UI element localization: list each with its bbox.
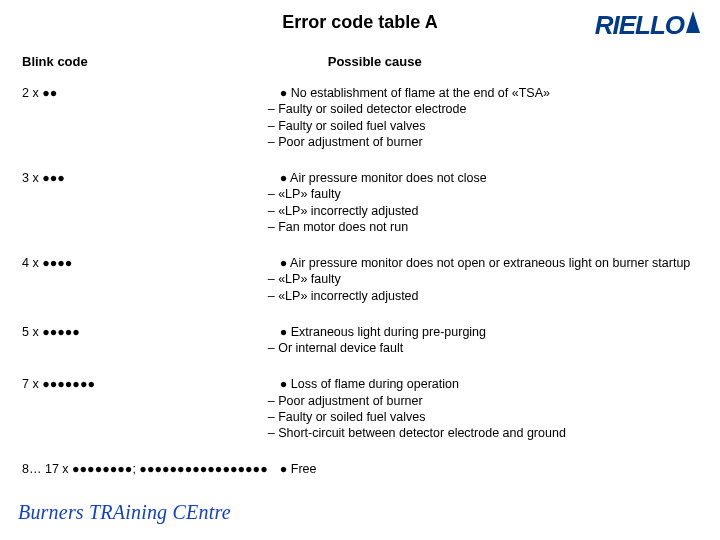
table-row: 4 x ●●●●● Air pressure monitor does not …: [22, 249, 698, 318]
cause-sub: – Faulty or soiled detector electrode: [268, 101, 698, 117]
cause-sub: – Short-circuit between detector electro…: [268, 425, 698, 441]
blink-code-cell: 7 x ●●●●●●●: [22, 370, 268, 455]
cause-sub: – Poor adjustment of burner: [268, 134, 698, 150]
cause-sub: – «LP» incorrectly adjusted: [268, 203, 698, 219]
cause-sub: – Or internal device fault: [268, 340, 698, 356]
cause-sub: – «LP» incorrectly adjusted: [268, 288, 698, 304]
table-row: 2 x ●●● No establishment of flame at the…: [22, 79, 698, 164]
col-header-cause: Possible cause: [268, 52, 698, 79]
error-code-table: Blink code Possible cause 2 x ●●● No est…: [22, 52, 698, 492]
cause-main: ● Air pressure monitor does not open or …: [268, 255, 698, 271]
possible-cause-cell: ● Free: [268, 455, 698, 491]
cause-main: ● Air pressure monitor does not close: [268, 170, 698, 186]
table-row: 5 x ●●●●●● Extraneous light during pre-p…: [22, 318, 698, 371]
cause-sub: – Faulty or soiled fuel valves: [268, 409, 698, 425]
possible-cause-cell: ● Air pressure monitor does not close– «…: [268, 164, 698, 249]
col-header-blink: Blink code: [22, 52, 268, 79]
flame-icon: [686, 11, 700, 33]
cause-sub: – Fan motor does not run: [268, 219, 698, 235]
cause-sub: – «LP» faulty: [268, 186, 698, 202]
footer-branding: Burners TRAining CEntre: [18, 501, 231, 524]
possible-cause-cell: ● Loss of flame during operation– Poor a…: [268, 370, 698, 455]
blink-code-cell: 4 x ●●●●: [22, 249, 268, 318]
cause-main: ● Extraneous light during pre-purging: [268, 324, 698, 340]
cause-main: ● Free: [268, 461, 698, 477]
blink-code-cell: 3 x ●●●: [22, 164, 268, 249]
table-row: 7 x ●●●●●●●● Loss of flame during operat…: [22, 370, 698, 455]
possible-cause-cell: ● Extraneous light during pre-purging– O…: [268, 318, 698, 371]
possible-cause-cell: ● Air pressure monitor does not open or …: [268, 249, 698, 318]
possible-cause-cell: ● No establishment of flame at the end o…: [268, 79, 698, 164]
table-row: 8… 17 x ●●●●●●●●; ●●●●●●●●●●●●●●●●●● Fre…: [22, 455, 698, 491]
cause-sub: – «LP» faulty: [268, 271, 698, 287]
blink-code-cell: 5 x ●●●●●: [22, 318, 268, 371]
cause-main: ● No establishment of flame at the end o…: [268, 85, 698, 101]
table-row: 3 x ●●●● Air pressure monitor does not c…: [22, 164, 698, 249]
blink-code-cell: 8… 17 x ●●●●●●●●; ●●●●●●●●●●●●●●●●●: [22, 455, 268, 491]
cause-main: ● Loss of flame during operation: [268, 376, 698, 392]
error-code-table-container: Blink code Possible cause 2 x ●●● No est…: [22, 52, 698, 492]
cause-sub: – Poor adjustment of burner: [268, 393, 698, 409]
cause-sub: – Faulty or soiled fuel valves: [268, 118, 698, 134]
brand-logo: RIELLO: [595, 10, 700, 40]
brand-logo-text: RIELLO: [595, 10, 684, 41]
blink-code-cell: 2 x ●●: [22, 79, 268, 164]
